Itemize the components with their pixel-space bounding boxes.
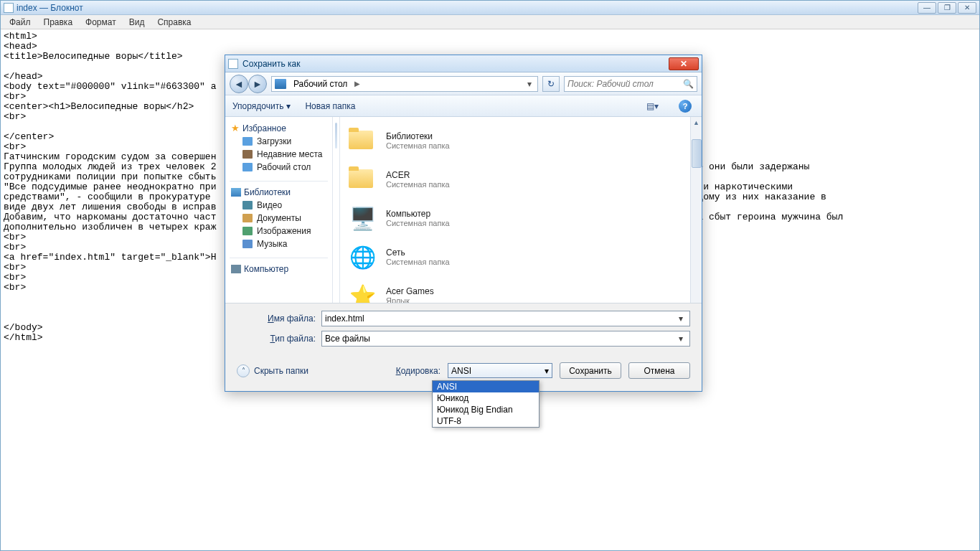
filename-label: Имя файла: (237, 314, 316, 324)
nav-item-desktop[interactable]: Рабочий стол (225, 161, 332, 174)
notepad-titlebar: index — Блокнот — ❐ ✕ (1, 1, 979, 15)
nav-item-videos[interactable]: Видео (225, 199, 332, 212)
item-acer-games[interactable]: ⭐ Acer GamesЯрлык (347, 276, 694, 303)
nav-libraries-header[interactable]: Библиотеки (225, 186, 332, 199)
address-bar[interactable]: Рабочий стол ▶ ▾ (271, 76, 538, 92)
nav-computer-header[interactable]: Компьютер (225, 263, 332, 276)
encoding-dropdown: ANSI Юникод Юникод Big Endian UTF-8 (432, 380, 540, 428)
chevron-up-icon: ˄ (237, 364, 250, 377)
downloads-icon (242, 137, 253, 146)
nav-item-pictures[interactable]: Изображения (225, 225, 332, 237)
new-folder-button[interactable]: Новая папка (305, 101, 355, 111)
encoding-option-unicode[interactable]: Юникод (433, 392, 539, 404)
chevron-down-icon[interactable]: ▾ (675, 314, 687, 324)
content-scrollbar[interactable]: ▲ (690, 117, 702, 303)
path-segment[interactable]: Рабочий стол (289, 79, 352, 89)
desktop-icon (275, 79, 286, 89)
nav-arrows: ◄ ► (230, 75, 267, 93)
save-as-dialog: Сохранить как ✕ ◄ ► Рабочий стол ▶ ▾ ↻ 🔍… (225, 55, 702, 392)
menu-format[interactable]: Формат (80, 16, 122, 29)
item-libraries[interactable]: БиблиотекиСистемная папка (347, 121, 694, 160)
libraries-icon (231, 188, 241, 197)
games-big-icon: ⭐ (347, 281, 377, 303)
filetype-value: Все файлы (325, 334, 675, 344)
chevron-down-icon: ▾ (286, 101, 291, 111)
filename-combo[interactable]: index.html ▾ (321, 311, 690, 326)
menu-view[interactable]: Вид (123, 16, 151, 29)
pictures-icon (242, 227, 253, 235)
documents-icon (242, 214, 253, 222)
search-box[interactable]: 🔍 (564, 76, 697, 92)
help-button[interactable]: ? (676, 98, 694, 114)
menubar: Файл Правка Формат Вид Справка (1, 15, 979, 29)
search-input[interactable] (567, 79, 683, 89)
dialog-title: Сохранить как (242, 59, 669, 69)
encoding-label: Кодировка: (396, 366, 440, 376)
item-acer[interactable]: ACERСистемная папка (347, 160, 694, 199)
videos-icon (242, 201, 253, 209)
refresh-button[interactable]: ↻ (542, 76, 560, 92)
star-icon: ★ (231, 123, 240, 133)
organize-button[interactable]: Упорядочить ▾ (232, 101, 291, 111)
computer-icon (231, 265, 241, 273)
libraries-big-icon (347, 126, 377, 156)
item-computer[interactable]: 🖥️ КомпьютерСистемная папка (347, 199, 694, 237)
nav-item-documents[interactable]: Документы (225, 212, 332, 225)
minimize-button[interactable]: — (918, 2, 936, 14)
dialog-toolbar: Упорядочить ▾ Новая папка ▤▾ ? (225, 95, 702, 117)
pane-divider[interactable] (333, 117, 340, 303)
content-pane: БиблиотекиСистемная папка ACERСистемная … (340, 117, 702, 303)
cancel-button[interactable]: Отмена (628, 362, 690, 379)
user-big-icon (347, 164, 377, 194)
notepad-title: index — Блокнот (17, 3, 918, 13)
encoding-option-unicode-be[interactable]: Юникод Big Endian (433, 404, 539, 415)
nav-favorites-header[interactable]: ★Избранное (225, 121, 332, 135)
filename-value[interactable]: index.html (325, 314, 675, 324)
encoding-option-ansi[interactable]: ANSI (433, 381, 539, 392)
encoding-value: ANSI (451, 366, 545, 376)
filetype-label: Тип файла: (237, 334, 316, 344)
menu-file[interactable]: Файл (4, 16, 37, 29)
menu-help[interactable]: Справка (151, 16, 197, 29)
encoding-option-utf8[interactable]: UTF-8 (433, 415, 539, 427)
chevron-down-icon[interactable]: ▾ (675, 334, 687, 344)
dialog-close-button[interactable]: ✕ (669, 57, 699, 70)
nav-forward-button[interactable]: ► (248, 75, 267, 93)
view-options-button[interactable]: ▤▾ (643, 98, 661, 114)
music-icon (242, 240, 253, 248)
nav-item-downloads[interactable]: Загрузки (225, 135, 332, 148)
desktop-nav-icon (242, 163, 253, 171)
filetype-combo[interactable]: Все файлы ▾ (321, 331, 690, 347)
nav-item-music[interactable]: Музыка (225, 237, 332, 250)
computer-big-icon: 🖥️ (347, 203, 377, 233)
file-fields: Имя файла: index.html ▾ Тип файла: Все ф… (225, 303, 702, 355)
search-icon[interactable]: 🔍 (683, 79, 694, 89)
navigation-pane: ★Избранное Загрузки Недавние места Рабоч… (225, 117, 333, 303)
chevron-down-icon[interactable]: ▾ (545, 366, 549, 376)
dialog-titlebar: Сохранить как ✕ (225, 55, 702, 72)
address-dropdown-icon[interactable]: ▾ (524, 79, 534, 89)
chevron-right-icon[interactable]: ▶ (354, 80, 360, 88)
recent-icon (242, 150, 253, 159)
notepad-icon (4, 3, 14, 13)
dialog-navbar: ◄ ► Рабочий стол ▶ ▾ ↻ 🔍 (225, 72, 702, 95)
save-button[interactable]: Сохранить (560, 362, 621, 379)
item-network[interactable]: 🌐 СетьСистемная папка (347, 237, 694, 276)
window-controls: — ❐ ✕ (918, 2, 976, 14)
maximize-button[interactable]: ❐ (938, 2, 956, 14)
hide-folders-button[interactable]: ˄ Скрыть папки (237, 364, 308, 377)
dialog-body: ★Избранное Загрузки Недавние места Рабоч… (225, 117, 702, 303)
nav-back-button[interactable]: ◄ (230, 75, 248, 93)
scroll-up-icon[interactable]: ▲ (692, 118, 702, 128)
scroll-thumb[interactable] (692, 139, 702, 168)
nav-item-recent[interactable]: Недавние места (225, 148, 332, 161)
close-button[interactable]: ✕ (958, 2, 976, 14)
encoding-combo[interactable]: ANSI ▾ (448, 363, 552, 378)
help-icon: ? (679, 100, 692, 113)
dialog-icon (228, 59, 238, 69)
menu-edit[interactable]: Правка (38, 16, 79, 29)
network-big-icon: 🌐 (347, 242, 377, 272)
